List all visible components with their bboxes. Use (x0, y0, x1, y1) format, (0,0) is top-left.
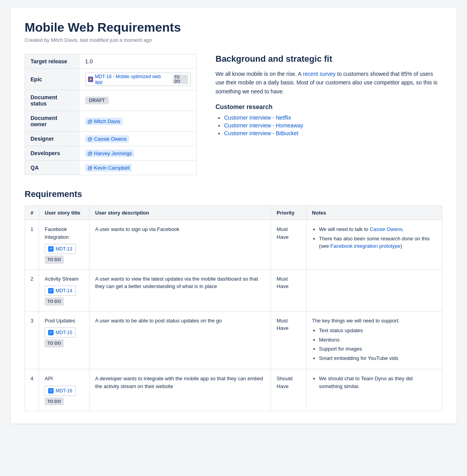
jira-card[interactable]: ✓MDT-14 (45, 286, 76, 296)
mention-tag[interactable]: @ Cassie Owens (85, 135, 129, 143)
meta-label: Document owner (25, 111, 80, 132)
epic-todo-tag: TO DO (173, 75, 188, 84)
list-item: Text status updates (319, 327, 436, 335)
meta-value: ⚡MDT-18 - Mobile optimized web app TO DO (80, 69, 197, 90)
table-row: 2Activity Stream✓MDT-14TO DOA user wants… (25, 269, 442, 311)
jira-id: MDT-14 (56, 287, 72, 294)
story-description: A user wants to view the latest updates … (90, 269, 271, 311)
requirements-table: #User story titleUser story descriptionP… (25, 206, 442, 411)
story-title: API (45, 375, 84, 383)
table-row: 3Post Updates✓MDT-15TO DOA user wants to… (25, 311, 442, 369)
jira-icon: ✓ (48, 388, 54, 394)
meta-value: @ Harvey Jennings (80, 146, 197, 161)
todo-pill: TO DO (45, 256, 64, 264)
meta-row: QA@ Kevin Campbell (25, 161, 197, 175)
row-num: 2 (25, 269, 39, 311)
jira-card[interactable]: ✓MDT-16 (45, 386, 76, 396)
story-title-cell: Facebook Integration✓MDT-13TO DO (39, 220, 90, 270)
page-subtitle: Created by Mitch Davis, last modified ju… (25, 37, 442, 43)
notes-list: We will need to talk to Cassie Owens.The… (312, 225, 436, 250)
meta-label: Developers (25, 146, 80, 161)
meta-value: 1.0 (80, 54, 197, 69)
list-item: Customer interview - Bitbucket (224, 130, 442, 136)
story-title-cell: Post Updates✓MDT-15TO DO (39, 311, 90, 369)
table-header: User story title (39, 206, 90, 220)
jira-card[interactable]: ✓MDT-15 (45, 327, 76, 338)
story-priority: Must Have (271, 220, 306, 270)
todo-pill: TO DO (45, 339, 64, 347)
meta-table: Target release1.0Epic⚡MDT-18 - Mobile op… (25, 54, 197, 175)
customer-research-link[interactable]: Customer interview - Homeaway (224, 122, 303, 129)
list-item: We should chat to Team Dyno as they did … (319, 375, 436, 390)
jira-icon: ✓ (48, 246, 54, 252)
jira-icon: ✓ (48, 288, 54, 293)
table-header: Notes (306, 206, 442, 220)
right-section: Background and strategic fit We all know… (216, 54, 442, 175)
jira-card[interactable]: ✓MDT-13 (45, 244, 76, 254)
list-item: We will need to talk to Cassie Owens. (319, 225, 436, 233)
meta-row: Document statusDRAFT (25, 90, 197, 111)
requirements-section: Requirements #User story titleUser story… (25, 189, 442, 411)
jira-id: MDT-15 (56, 329, 72, 336)
notes-list: We should chat to Team Dyno as they did … (312, 375, 436, 390)
meta-row: Designer@ Cassie Owens (25, 132, 197, 146)
meta-row: Document owner@ Mitch Davis (25, 111, 197, 132)
background-para: We all know mobile is on the rise. A rec… (216, 70, 442, 96)
table-header: # (25, 206, 39, 220)
story-notes: We will need to talk to Cassie Owens.The… (306, 220, 442, 270)
mention-tag[interactable]: @ Kevin Campbell (85, 164, 132, 172)
list-item: Mentions (319, 336, 436, 344)
mention-tag[interactable]: @ Harvey Jennings (85, 150, 135, 157)
jira-id: MDT-16 (56, 387, 72, 394)
jira-icon: ✓ (48, 330, 54, 335)
story-title: Post Updates (45, 317, 84, 325)
notes-prefix: The key things we will need to support: (312, 317, 436, 325)
draft-badge: DRAFT (85, 97, 109, 104)
page-container: Mobile Web Requirements Created by Mitch… (11, 8, 456, 424)
meta-value: @ Kevin Campbell (80, 161, 197, 175)
meta-value: @ Cassie Owens (80, 132, 197, 146)
cassie-owens-link[interactable]: Cassie Owens (370, 226, 402, 232)
story-priority: Must Have (271, 311, 306, 369)
epic-id: MDT-18 - Mobile optimized web app (95, 74, 169, 85)
row-num: 4 (25, 369, 39, 411)
meta-row: Target release1.0 (25, 54, 197, 69)
row-num: 1 (25, 220, 39, 270)
meta-label: QA (25, 161, 80, 175)
list-item: Smart embedding for YouTube vids (319, 354, 436, 362)
story-description: A developer wants to integrate with the … (90, 369, 271, 411)
facebook-prototype-link[interactable]: Facebook integration prototype (330, 243, 400, 249)
notes-list: Text status updatesMentionsSupport for i… (312, 327, 436, 362)
customer-research-link[interactable]: Customer interview - Bitbucket (224, 130, 298, 136)
requirements-heading: Requirements (25, 189, 442, 199)
customer-research-link[interactable]: Customer interview - Netflix (224, 115, 291, 121)
customer-research-list: Customer interview - NetflixCustomer int… (216, 115, 442, 136)
meta-label: Document status (25, 90, 80, 111)
table-row: 4API✓MDT-16TO DOA developer wants to int… (25, 369, 442, 411)
story-priority: Must Have (271, 269, 306, 311)
background-heading: Background and strategic fit (216, 54, 442, 64)
story-title-cell: Activity Stream✓MDT-14TO DO (39, 269, 90, 311)
meta-label: Target release (25, 54, 80, 69)
todo-pill: TO DO (45, 397, 64, 406)
table-header: User story description (90, 206, 271, 220)
meta-label: Designer (25, 132, 80, 146)
table-header: Priority (271, 206, 306, 220)
top-section: Target release1.0Epic⚡MDT-18 - Mobile op… (25, 54, 442, 175)
list-item: Customer interview - Netflix (224, 115, 442, 121)
story-notes (306, 269, 442, 311)
epic-icon: ⚡ (88, 77, 93, 82)
epic-badge[interactable]: ⚡MDT-18 - Mobile optimized web app TO DO (85, 73, 191, 86)
todo-pill: TO DO (45, 297, 64, 306)
story-title: Facebook Integration (45, 225, 84, 241)
story-notes: We should chat to Team Dyno as they did … (306, 369, 442, 411)
page-title: Mobile Web Requirements (25, 20, 442, 35)
list-item: Support for images (319, 345, 436, 353)
meta-value: @ Mitch Davis (80, 111, 197, 132)
meta-label: Epic (25, 69, 80, 90)
table-row: 1Facebook Integration✓MDT-13TO DOA user … (25, 220, 442, 270)
recent-link[interactable]: recent survey (303, 71, 336, 77)
list-item: Customer interview - Homeaway (224, 122, 442, 129)
mention-tag[interactable]: @ Mitch Davis (85, 118, 123, 125)
meta-row: Epic⚡MDT-18 - Mobile optimized web app T… (25, 69, 197, 90)
